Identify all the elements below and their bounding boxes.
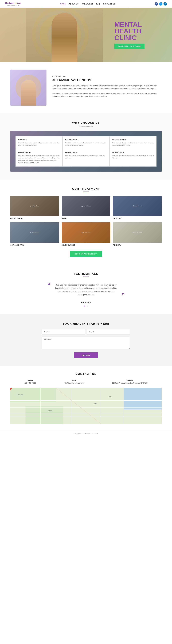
why-title: WHY CHOOSE US <box>10 121 162 124</box>
welcome-person <box>21 80 36 106</box>
testimonial-author: RICHARD <box>10 302 162 304</box>
logo-sub: WELLNESS CTR <box>7 5 19 6</box>
nav-treatment[interactable]: TREATMENT <box>82 3 93 5</box>
why-cell-better-health-text: Duis aute irure dolor in reprehenderit i… <box>112 142 154 146</box>
submit-wrap: SUBMIT <box>42 350 130 358</box>
svg-rect-2 <box>10 388 56 402</box>
twitter-icon[interactable]: t <box>159 2 162 6</box>
contact-email-label: Email <box>64 380 84 382</box>
testimonials-section: TESTIMONIALS “ Duis aute irure dolor in … <box>0 264 172 314</box>
treatment-item-anxiety: A Adobe Stock ANXIETY <box>113 222 162 246</box>
navbar: Ketam☼ne WELLNESS CTR HOME ABOUT US TREA… <box>0 0 172 8</box>
why-cell-satisfaction: SATISFACTION Duis aute irure dolor in re… <box>62 136 109 149</box>
treatment-img-depression: A Adobe Stock <box>10 196 59 216</box>
contact-address-value: 500 Terry Francois Street San Francisco,… <box>112 382 147 384</box>
why-cell-lorem2-text: Duis aute irure dolor in reprehenderit i… <box>65 154 107 159</box>
footer: Copyright © 2019 All Rights Reserved. <box>0 430 172 436</box>
svg-text:SoMa: SoMa <box>94 403 97 404</box>
watermark-mindful: A Adobe Stock <box>81 232 91 234</box>
linkedin-icon[interactable]: in <box>163 2 167 6</box>
nav-about[interactable]: ABOUT US <box>69 3 79 5</box>
why-cell-support-text: Duis aute irure dolor in reprehenderit i… <box>18 142 60 146</box>
watermark-anxiety: A Adobe Stock <box>133 232 142 234</box>
contact-us-section: CONTACT US Phone 123 - 456 - 7890 Email … <box>0 366 172 430</box>
testimonial-dots <box>10 306 162 306</box>
why-cell-lorem1: LOREM IPSUM Duis aute irure dolor in rep… <box>16 149 62 166</box>
welcome-para2: Duis aute irure dolor in reprehenderit i… <box>52 92 162 98</box>
logo[interactable]: Ketam☼ne WELLNESS CTR <box>5 2 21 6</box>
svg-rect-1 <box>124 388 162 410</box>
testimonials-underline <box>83 276 89 277</box>
testimonial-text: Duis aute irure dolor in repreh enderit … <box>55 283 117 296</box>
hero-title: MENTAL HEALTH CLINIC <box>114 21 158 41</box>
contact-address: Address 500 Terry Francois Street San Fr… <box>112 380 147 384</box>
hero-person-image <box>26 8 103 62</box>
treatment-img-anxiety: A Adobe Stock <box>113 222 162 243</box>
logo-text: Ketam☼ne <box>5 2 21 5</box>
contact-title: CONTACT US <box>10 372 162 376</box>
watermark-chronic: A Adobe Stock <box>30 232 39 234</box>
welcome-para1: Lorem ipsum dolor sit amet, consectetur … <box>52 84 162 90</box>
contact-grid: Phone 123 - 456 - 7890 Email info@ketami… <box>10 380 162 384</box>
email-input[interactable] <box>87 329 130 334</box>
contact-phone-value: 123 - 456 - 7890 <box>25 382 36 384</box>
footer-text: Copyright © 2019 All Rights Reserved. <box>2 432 170 434</box>
treatment-item-depression: A Adobe Stock DEPRESSION <box>10 196 59 220</box>
testimonial-dot-2[interactable] <box>85 306 87 306</box>
testimonial-dot-3[interactable] <box>87 306 88 306</box>
why-cell-support: SUPPORT Duis aute irure dolor in reprehe… <box>16 136 62 149</box>
why-background: SUPPORT Duis aute irure dolor in reprehe… <box>10 131 162 172</box>
nav-faq[interactable]: FAQ <box>96 3 100 5</box>
welcome-text: WELCOME TO KETAMINE WELLNESS Lorem ipsum… <box>52 76 162 99</box>
watermark-depression: A Adobe Stock <box>30 205 39 207</box>
hero-section: MENTAL HEALTH CLINIC BOOK AN APPOINTMENT <box>0 8 172 62</box>
contact-form-section: YOUR HEALTH STARTS HERE SUBMIT <box>0 314 172 366</box>
treatment-label-chronic-pain: CHRONIC PAIN <box>10 244 59 246</box>
nav-home[interactable]: HOME <box>60 3 66 5</box>
watermark-bipolar: A Adobe Stock <box>133 205 142 207</box>
treatment-label-ptsd: PTSD <box>62 218 110 220</box>
hero-book-button[interactable]: BOOK AN APPOINTMENT <box>114 44 144 49</box>
nav-contact[interactable]: CONTACT US <box>103 3 115 5</box>
why-cell-lorem1-text: Duis aute irure dolor in reprehenderit i… <box>18 154 60 164</box>
testimonial-content: “ Duis aute irure dolor in repreh enderi… <box>47 281 125 299</box>
hero-content: MENTAL HEALTH CLINIC BOOK AN APPOINTMENT <box>114 21 158 49</box>
why-cell-lorem3-text: Duis aute irure dolor in reprehenderit i… <box>112 154 154 159</box>
treatment-label-anxiety: ANXIETY <box>113 244 162 246</box>
why-cell-lorem3-title: LOREM IPSUM <box>112 152 154 154</box>
welcome-image <box>10 70 46 106</box>
welcome-subtitle: WELCOME TO <box>52 76 162 78</box>
treatment-img-chronic: A Adobe Stock <box>10 222 59 243</box>
treatment-item-mindfulness: A Adobe Stock MINDFULNESS <box>62 222 110 246</box>
why-cell-lorem2-title: LOREM IPSUM <box>65 152 107 154</box>
treatment-item-chronic-pain: A Adobe Stock CHRONIC PAIN <box>10 222 59 246</box>
hero-figure <box>51 13 77 62</box>
why-cell-support-title: SUPPORT <box>18 139 60 141</box>
treatment-grid: A Adobe Stock DEPRESSION A Adobe Stock P… <box>10 196 162 246</box>
treatment-book-wrap: BOOK AN APPOINTMENT <box>10 251 162 257</box>
quote-close-icon: ” <box>121 294 125 298</box>
why-cell-lorem1-title: LOREM IPSUM <box>18 152 60 154</box>
why-cell-satisfaction-text: Duis aute irure dolor in reprehenderit i… <box>65 142 107 146</box>
treatment-title: OUR TREATMENT <box>10 187 162 190</box>
treatment-img-ptsd: A Adobe Stock <box>62 196 110 216</box>
treatment-label-mindfulness: MINDFULNESS <box>62 244 110 246</box>
map-area: Presidio Castro SoMa Bay <box>10 388 162 424</box>
svg-text:Castro: Castro <box>48 410 52 412</box>
contact-email-value: info@ketaminewellness.com <box>64 382 84 384</box>
name-input[interactable] <box>42 329 85 334</box>
why-subtitle: Lorem ipsum dolor <box>10 125 162 127</box>
submit-button[interactable]: SUBMIT <box>74 352 98 358</box>
svg-text:Bay: Bay <box>109 396 111 397</box>
why-cell-better-health: BETTER HEALTH Duis aute irure dolor in r… <box>110 136 156 149</box>
form-title: YOUR HEALTH STARTS HERE <box>10 322 162 325</box>
contact-phone: Phone 123 - 456 - 7890 <box>25 380 36 384</box>
treatment-section: OUR TREATMENT A Adobe Stock DEPRESSION A… <box>0 180 172 264</box>
why-cell-satisfaction-title: SATISFACTION <box>65 139 107 141</box>
contact-email: Email info@ketaminewellness.com <box>64 380 84 384</box>
testimonial-dot-1[interactable] <box>84 306 85 306</box>
treatment-book-button[interactable]: BOOK AN APPOINTMENT <box>70 251 102 257</box>
contact-form: SUBMIT <box>42 329 130 358</box>
facebook-icon[interactable]: f <box>155 2 158 6</box>
message-textarea[interactable] <box>42 336 130 350</box>
